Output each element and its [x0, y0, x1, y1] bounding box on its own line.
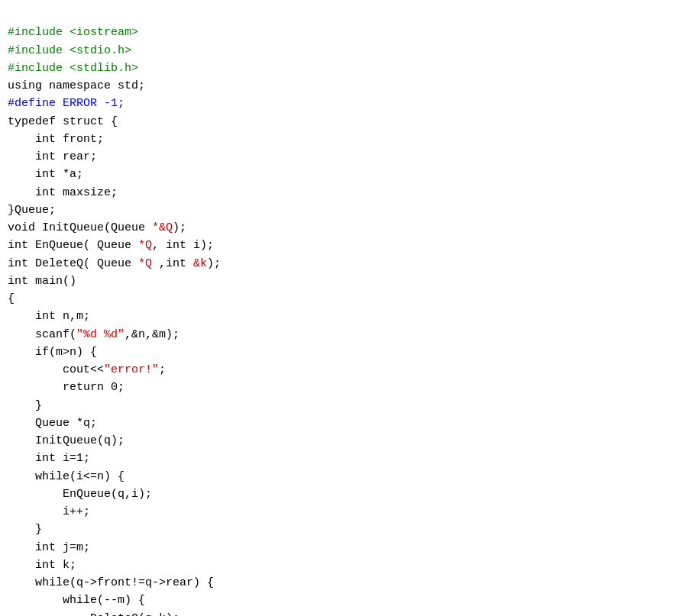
line-initqueue-call: InitQueue(q); [8, 434, 125, 447]
int-maxsize: int maxsize; [8, 186, 118, 199]
line-include-stdlib: #include <stdlib.h> [8, 62, 138, 75]
line-int-nm: int n,m; [8, 310, 90, 323]
deleteq-param2: &k [193, 257, 207, 270]
int-front: int front; [8, 133, 104, 146]
line-int-k: int k; [8, 559, 76, 572]
line-include-iostream: #include <iostream> [8, 26, 138, 39]
include-stdlib: #include <stdlib.h> [8, 62, 138, 75]
line-enqueue-decl: int EnQueue( Queue *Q, int i); [8, 239, 214, 252]
if-m-gt-n: if(m>n) { [8, 346, 97, 359]
line-queue-end: }Queue; [8, 204, 56, 217]
line-int-j: int j=m; [8, 541, 90, 554]
int-n-m: int n,m; [8, 310, 90, 323]
enqueue-param1: *Q [138, 239, 152, 252]
line-int-i: int i=1; [8, 452, 90, 465]
main-open-brace: { [8, 292, 15, 305]
void-initqueue: void InitQueue(Queue [8, 221, 152, 234]
int-enqueue: int EnQueue( Queue [8, 239, 138, 252]
cout-call: cout<< [8, 363, 104, 376]
line-scanf: scanf("%d %d",&n,&m); [8, 328, 180, 341]
define-error: #define ERROR -1; [8, 97, 125, 110]
line-rear: int rear; [8, 150, 97, 163]
include-iostream: #include <iostream> [8, 26, 138, 39]
deleteq-end: ); [207, 257, 221, 270]
line-if: if(m>n) { [8, 346, 97, 359]
scanf-format: "%d %d" [76, 328, 125, 341]
line-i-pp: i++; [8, 505, 90, 518]
queue-ptr-q: Queue *q; [8, 417, 97, 430]
deleteq-comma: ,int [152, 257, 193, 270]
int-j-m: int j=m; [8, 541, 90, 554]
while-decrement-m: while(--m) { [8, 594, 145, 607]
line-while-front-rear: while(q->front!=q->rear) { [8, 576, 214, 589]
line-enqueue-call: EnQueue(q,i); [8, 488, 152, 501]
line-a: int *a; [8, 168, 83, 181]
line-define: #define ERROR -1; [8, 97, 125, 110]
if-close-brace: } [8, 399, 42, 412]
line-cout: cout<<"error!"; [8, 363, 166, 376]
line-close-if: } [8, 399, 42, 412]
line-typedef: typedef struct { [8, 115, 118, 128]
while-front-neq-rear: while(q->front!=q->rear) { [8, 576, 214, 589]
line-queue-q: Queue *q; [8, 417, 97, 430]
i-increment: i++; [8, 505, 90, 518]
deleteq-param1: *Q [138, 257, 152, 270]
enqueue-qi: EnQueue(q,i); [8, 488, 152, 501]
int-i-init: int i=1; [8, 452, 90, 465]
int-rear: int rear; [8, 150, 97, 163]
line-initqueue-decl: void InitQueue(Queue *&Q); [8, 221, 186, 234]
typedef-struct: typedef struct { [8, 115, 118, 128]
line-main-decl: int main() [8, 275, 76, 288]
int-a: int *a; [8, 168, 83, 181]
int-deleteq: int DeleteQ( Queue [8, 257, 138, 270]
line-include-stdio: #include <stdio.h> [8, 44, 131, 57]
enqueue-comma: , int i); [152, 239, 214, 252]
line-front: int front; [8, 133, 104, 146]
int-main: int main() [8, 275, 76, 288]
int-k: int k; [8, 559, 76, 572]
scanf-call: scanf( [8, 328, 76, 341]
include-stdio: #include <stdio.h> [8, 44, 131, 57]
line-while-i: while(i<=n) { [8, 470, 125, 483]
while-i-lte-n: while(i<=n) { [8, 470, 125, 483]
initqueue-call: InitQueue(q); [8, 434, 125, 447]
line-while-mm: while(--m) { [8, 594, 145, 607]
deleteq-qk: DeleteQ(q,k); [8, 612, 180, 617]
scanf-args: ,&n,&m); [125, 328, 180, 341]
error-string: "error!" [104, 363, 159, 376]
line-maxsize: int maxsize; [8, 186, 118, 199]
line-deleteq-call: DeleteQ(q,k); [8, 612, 180, 617]
using-namespace: using namespace std; [8, 79, 145, 92]
line-while-close: } [8, 523, 42, 536]
cout-end: ; [159, 363, 166, 376]
line-open-brace: { [8, 292, 15, 305]
while-close-brace: } [8, 523, 42, 536]
return-zero: return 0; [8, 381, 125, 394]
initqueue-end: ); [173, 221, 186, 234]
queue-typedef-end: }Queue; [8, 204, 56, 217]
line-deleteq-decl: int DeleteQ( Queue *Q ,int &k); [8, 257, 221, 270]
line-using: using namespace std; [8, 79, 145, 92]
initqueue-param: *&Q [152, 221, 173, 234]
line-return: return 0; [8, 381, 125, 394]
code-block: #include <iostream> #include <stdio.h> #… [8, 6, 681, 616]
